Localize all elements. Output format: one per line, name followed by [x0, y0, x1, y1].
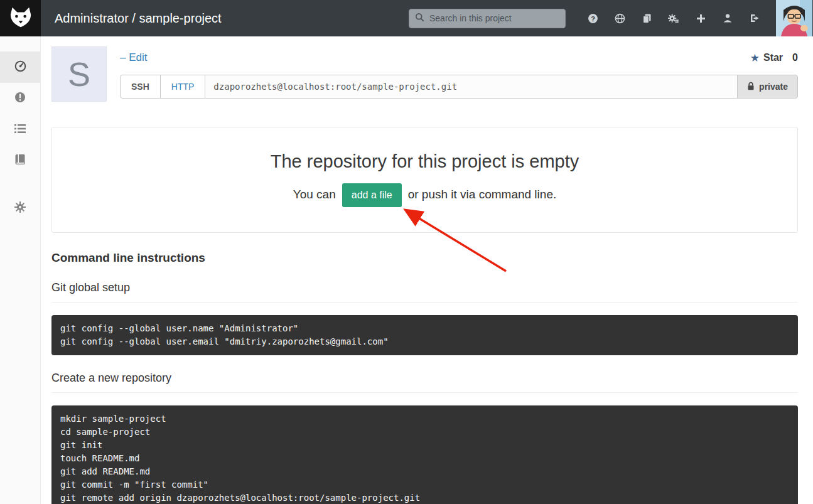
tanuki-logo-icon [9, 5, 33, 31]
search-icon [415, 13, 424, 24]
plus-icon[interactable] [695, 13, 706, 24]
star-label: Star [763, 52, 783, 63]
project-avatar: S [51, 46, 107, 102]
sidebar-item-wiki[interactable] [0, 146, 40, 177]
visibility-badge: private [737, 75, 798, 99]
gear-icon [14, 201, 26, 215]
globe-icon[interactable] [614, 13, 625, 24]
empty-post-text: or push it via command line. [408, 188, 557, 201]
empty-repo-panel: The repository for this project is empty… [51, 127, 798, 233]
star-icon: ★ [750, 51, 760, 65]
clone-url-input[interactable] [205, 75, 738, 99]
add-file-button[interactable]: add a file [342, 183, 402, 207]
svg-text:?: ? [591, 14, 595, 22]
logout-icon[interactable] [749, 13, 760, 24]
project-breadcrumb: Administrator / sample-project [55, 11, 222, 26]
lock-icon [747, 82, 755, 92]
dashboard-icon [14, 60, 26, 75]
book-icon [15, 154, 25, 168]
left-sidebar [0, 36, 41, 504]
http-protocol-button[interactable]: HTTP [160, 75, 206, 99]
create-repo-code: mkdir sample-project cd sample-project g… [51, 405, 798, 504]
gears-icon[interactable] [668, 13, 679, 24]
help-icon[interactable]: ? [587, 13, 598, 24]
list-icon [14, 124, 26, 136]
sidebar-item-settings[interactable] [0, 193, 40, 224]
empty-repo-subtext: You canadd a fileor push it via command … [65, 183, 785, 207]
sidebar-item-dashboard[interactable] [0, 51, 40, 83]
git-global-setup-code: git config --global user.name "Administr… [51, 315, 798, 355]
clone-bar: SSH HTTP private [120, 75, 798, 99]
visibility-label: private [759, 82, 788, 92]
navbar-icon-menu: ? [587, 13, 760, 24]
search-input[interactable] [428, 13, 559, 24]
user-icon[interactable] [722, 13, 733, 24]
ssh-protocol-button[interactable]: SSH [120, 75, 161, 99]
top-navbar: Administrator / sample-project ? [0, 0, 813, 36]
empty-repo-title: The repository for this project is empty [65, 151, 785, 172]
edit-link[interactable]: – Edit [120, 51, 147, 64]
star-count: 0 [792, 52, 798, 63]
sidebar-item-list[interactable] [0, 114, 40, 146]
star-button[interactable]: ★ Star 0 [750, 51, 798, 65]
empty-pre-text: You can [293, 188, 336, 201]
project-search-box[interactable] [409, 9, 566, 28]
sidebar-item-issues[interactable] [0, 83, 40, 114]
create-repo-title: Create a new repository [51, 372, 798, 393]
user-avatar[interactable] [775, 0, 813, 36]
command-line-heading: Command line instructions [51, 251, 798, 265]
git-global-setup-title: Git global setup [51, 281, 798, 303]
main-content: S – Edit ★ Star 0 SSH HTTP [41, 36, 813, 504]
exclamation-circle-icon [14, 92, 26, 105]
gitlab-logo[interactable] [0, 0, 41, 36]
copy-icon[interactable] [641, 13, 652, 24]
